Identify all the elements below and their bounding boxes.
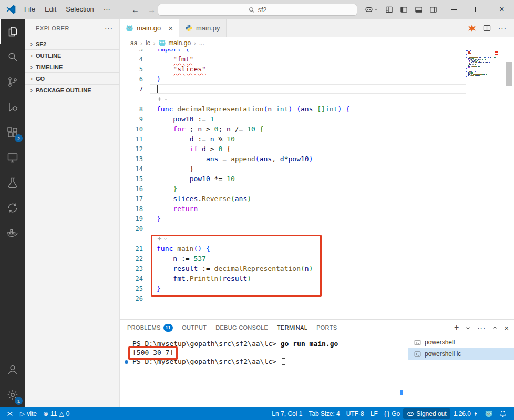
customize-layout-icon[interactable] — [385, 6, 393, 14]
code-line-19[interactable]: 19} — [120, 214, 466, 224]
code-line-20[interactable]: 20 — [120, 224, 466, 234]
codelens-sparkle-row[interactable] — [120, 94, 466, 104]
terminal-output: [500 30 7] — [132, 349, 173, 356]
back-arrow-icon[interactable]: ← — [131, 5, 139, 14]
sidebar-more-actions-icon[interactable]: ··· — [105, 24, 113, 32]
panel-tab-problems[interactable]: PROBLEMS11 — [127, 320, 173, 335]
sidebar-section-timeline[interactable]: ›TIMELINE — [25, 61, 119, 72]
notifications-bell[interactable] — [496, 408, 510, 419]
code-line-11[interactable]: 11 d := n % 10 — [120, 134, 466, 144]
sidebar-section-package-outline[interactable]: ›PACKAGE OUTLINE — [25, 84, 119, 96]
menu-[interactable]: ··· — [99, 0, 115, 19]
terminal-profile-chevron-icon[interactable] — [466, 326, 470, 330]
task-vite[interactable]: ▷ vite — [17, 408, 40, 419]
breadcrumb-item-aa[interactable]: aa — [130, 39, 137, 47]
command-decoration-icon[interactable] — [125, 360, 128, 364]
menu-selection[interactable]: Selection — [61, 0, 98, 19]
code-line-16[interactable]: 16 } — [120, 184, 466, 194]
menu-file[interactable]: File — [19, 0, 40, 19]
terminal-icon — [414, 339, 421, 346]
copilot-status[interactable]: Signed out — [403, 408, 450, 419]
terminal-list-item-powershell-lc[interactable]: powershell lc — [408, 348, 514, 360]
activitybar-account[interactable] — [0, 357, 25, 382]
code-line-17[interactable]: 17 slices.Reverse(ans) — [120, 194, 466, 204]
code-line-13[interactable]: 13 ans = append(ans, d*pow10) — [120, 154, 466, 164]
code-line-25[interactable]: 25} — [120, 284, 466, 293]
minimize-button[interactable] — [441, 0, 466, 19]
activitybar-containers[interactable] — [0, 220, 25, 246]
copilot-icon[interactable] — [365, 5, 378, 14]
panel-tab-output[interactable]: OUTPUT — [182, 320, 207, 335]
go-version[interactable]: 1.26.0 — [450, 408, 481, 419]
code-editor[interactable]: 3import (4 "fmt"5 "slices"6)78func decim… — [120, 49, 514, 319]
activitybar-remote-explorer[interactable] — [0, 145, 25, 170]
code-line-4[interactable]: 4 "fmt" — [120, 54, 466, 64]
activitybar-sync[interactable] — [0, 195, 25, 220]
code-line-6[interactable]: 6) — [120, 74, 466, 84]
indentation[interactable]: Tab Size: 4 — [305, 408, 343, 419]
code-line-18[interactable]: 18 return — [120, 204, 466, 214]
eol-indicator[interactable]: LF — [367, 408, 381, 419]
extension-action-icon[interactable] — [468, 25, 476, 32]
language-mode[interactable]: { } Go — [381, 408, 403, 419]
code-line-7[interactable]: 7 — [120, 84, 466, 94]
code-line-15[interactable]: 15 pow10 *= 10 — [120, 174, 466, 184]
code-line-14[interactable]: 14 } — [120, 164, 466, 174]
activitybar-search[interactable] — [0, 44, 25, 69]
encoding[interactable]: UTF-8 — [343, 408, 367, 419]
panel-tabs: PROBLEMS11OUTPUTDEBUG CONSOLETERMINALPOR… — [120, 320, 337, 335]
activitybar-explorer[interactable] — [0, 19, 25, 44]
maximize-panel-icon[interactable] — [492, 326, 497, 330]
panel-tab-terminal[interactable]: TERMINAL — [277, 320, 307, 335]
panel-tab-debug-console[interactable]: DEBUG CONSOLE — [215, 320, 268, 335]
close-panel-icon[interactable]: × — [504, 324, 509, 332]
code-line-5[interactable]: 5 "slices" — [120, 64, 466, 74]
sidebar-section-sf2[interactable]: ›SF2 — [25, 38, 119, 49]
activitybar-run-debug[interactable] — [0, 94, 25, 120]
toggle-secondary-sidebar-icon[interactable] — [429, 6, 437, 14]
maximize-button[interactable] — [466, 0, 490, 19]
line-number: 17 — [120, 195, 143, 203]
code-line-10[interactable]: 10 for ; n > 0; n /= 10 { — [120, 124, 466, 134]
close-tab-icon[interactable]: × — [168, 24, 173, 32]
sidebar-section-go[interactable]: ›GO — [25, 72, 119, 84]
code-line-21[interactable]: 21func main() { — [120, 244, 466, 254]
gopher-status-icon[interactable] — [481, 408, 496, 419]
cursor-position[interactable]: Ln 7, Col 1 — [269, 408, 305, 419]
code-line-9[interactable]: 9 pow10 := 1 — [120, 114, 466, 124]
minimap[interactable] — [466, 50, 496, 78]
sidebar-section-outline[interactable]: ›OUTLINE — [25, 49, 119, 61]
code-line-8[interactable]: 8func decimalRepresentation(n int) (ans … — [120, 104, 466, 114]
code-line-22[interactable]: 22 n := 537 — [120, 254, 466, 264]
tab-main-py[interactable]: main.py — [179, 19, 227, 37]
editor-scrollbar-thumb[interactable] — [506, 62, 512, 86]
toggle-primary-sidebar-icon[interactable] — [400, 6, 408, 14]
panel-tab-ports[interactable]: PORTS — [316, 320, 337, 335]
activitybar-source-control[interactable] — [0, 69, 25, 94]
problems-status[interactable]: ⊗ 11 △ 0 — [40, 408, 73, 419]
breadcrumb-item-lc[interactable]: lc — [146, 39, 150, 47]
code-line-12[interactable]: 12 if d > 0 { — [120, 144, 466, 154]
close-button[interactable]: × — [490, 0, 514, 19]
codelens-sparkle-row[interactable] — [120, 234, 466, 244]
code-line-23[interactable]: 23 result := decimalRepresentation(n) — [120, 264, 466, 274]
code-line-24[interactable]: 24 fmt.Println(result) — [120, 274, 466, 284]
activitybar-testing[interactable] — [0, 170, 25, 195]
terminal-output-area[interactable]: PS D:\mysetup\gopath\src\sf2\aa\lc> go r… — [132, 340, 400, 366]
split-editor-icon[interactable] — [483, 24, 491, 32]
panel-more-actions-icon[interactable]: ··· — [477, 324, 486, 332]
toggle-panel-icon[interactable] — [415, 6, 423, 14]
terminal-list-item-powershell[interactable]: powershell — [408, 337, 514, 348]
breadcrumb-item-main-go[interactable]: main.go — [158, 39, 191, 47]
code-line-3[interactable]: 3import ( — [120, 49, 466, 54]
breadcrumb-item-[interactable]: ... — [199, 39, 204, 47]
tab-main-go[interactable]: main.go× — [120, 19, 179, 37]
more-actions-icon[interactable]: ··· — [498, 24, 507, 32]
menu-edit[interactable]: Edit — [40, 0, 61, 19]
code-line-26[interactable]: 26 — [120, 293, 466, 303]
activitybar-extensions[interactable]: 2 — [0, 120, 25, 145]
command-center-search[interactable]: sf2 — [158, 4, 357, 16]
new-terminal-icon[interactable]: + — [454, 323, 459, 332]
remote-indicator[interactable] — [3, 408, 17, 419]
activitybar-settings[interactable]: 1 — [0, 382, 25, 407]
